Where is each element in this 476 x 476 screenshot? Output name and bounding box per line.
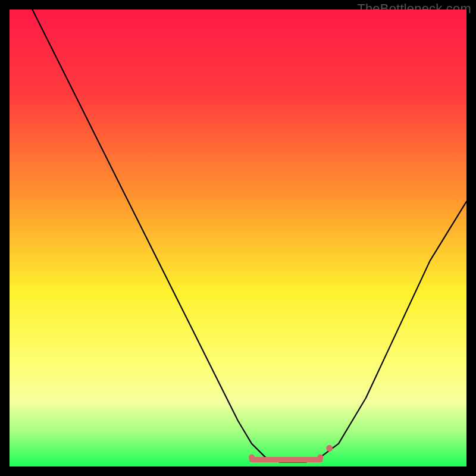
plot-area [10, 10, 466, 466]
flat-region-right-cap [317, 455, 323, 461]
bottleneck-curve [32, 10, 466, 462]
chart-container: TheBottleneck.com [0, 0, 476, 476]
highlight-dot [326, 445, 333, 452]
flat-region-left-cap [249, 455, 255, 461]
curve-layer [10, 10, 466, 466]
